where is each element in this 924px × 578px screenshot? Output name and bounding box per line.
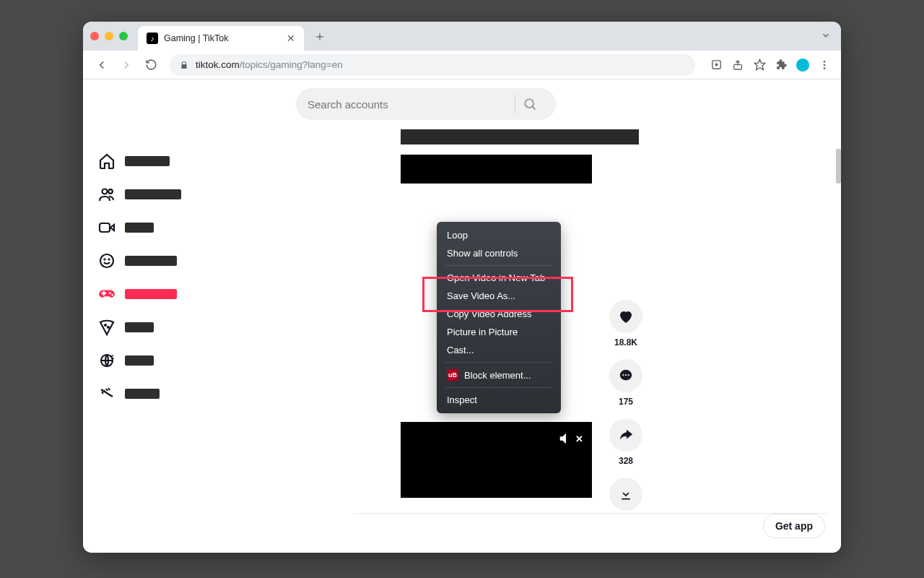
context-menu-label: Copy Video Address xyxy=(447,309,532,319)
context-menu-label: Show all controls xyxy=(447,248,518,259)
smile-icon xyxy=(97,251,116,270)
gamepad-icon xyxy=(97,285,116,303)
context-menu-label: Loop xyxy=(447,230,468,241)
context-menu-item[interactable]: Loop xyxy=(437,226,561,244)
context-menu-separator xyxy=(445,265,552,266)
svg-point-20 xyxy=(628,374,629,376)
svg-point-5 xyxy=(824,67,826,69)
forward-button[interactable] xyxy=(116,55,136,75)
back-button[interactable] xyxy=(92,55,112,75)
share-count: 328 xyxy=(619,456,633,466)
sidebar-item-label xyxy=(125,355,154,366)
context-menu-item[interactable]: Copy Video Address xyxy=(437,305,561,323)
svg-point-4 xyxy=(824,64,826,66)
ublock-icon: uB xyxy=(447,369,458,381)
svg-point-11 xyxy=(100,254,113,267)
minimize-window-button[interactable] xyxy=(105,32,113,40)
sidebar-item-label xyxy=(125,156,170,166)
tab-title: Gaming | TikTok xyxy=(164,33,228,43)
svg-point-6 xyxy=(525,99,533,108)
share-icon[interactable] xyxy=(730,57,746,73)
extensions-icon[interactable] xyxy=(773,57,789,73)
get-app-button[interactable]: Get app xyxy=(763,514,825,538)
pizza-icon xyxy=(97,318,116,337)
close-window-button[interactable] xyxy=(90,32,99,40)
svg-rect-10 xyxy=(100,223,110,232)
sidebar-item-gamepad[interactable] xyxy=(97,277,256,311)
sidebar-item-globe[interactable] xyxy=(97,344,256,377)
tiktok-favicon: ♪ xyxy=(147,33,158,44)
search-input[interactable]: Search accounts xyxy=(308,98,515,111)
browser-toolbar: tiktok.com/topics/gaming?lang=en xyxy=(83,51,841,79)
context-menu-label: Cast... xyxy=(447,345,474,355)
sidebar-item-label xyxy=(125,322,154,332)
globe-icon xyxy=(97,351,116,370)
address-bar[interactable]: tiktok.com/topics/gaming?lang=en xyxy=(170,54,695,76)
reload-button[interactable] xyxy=(141,55,161,75)
svg-point-8 xyxy=(103,189,108,194)
sidebar-item-live[interactable] xyxy=(97,211,256,244)
sidebar-item-label xyxy=(125,389,160,399)
svg-line-7 xyxy=(532,106,535,109)
lock-icon xyxy=(180,61,188,69)
mute-icon[interactable]: ✕ xyxy=(558,431,583,447)
browser-window: ♪ Gaming | TikTok ✕ ＋ tiktok.com/topics/… xyxy=(83,22,841,553)
context-menu-label: Save Video As... xyxy=(447,290,515,301)
tabs-dropdown-icon[interactable] xyxy=(821,30,831,40)
context-menu-separator xyxy=(445,362,552,363)
context-menu-item[interactable]: uBBlock element... xyxy=(437,366,561,384)
scrollbar[interactable] xyxy=(836,149,841,184)
browser-tab[interactable]: ♪ Gaming | TikTok ✕ xyxy=(138,26,304,51)
sidebar-item-people[interactable] xyxy=(97,178,256,211)
share-button[interactable] xyxy=(609,418,642,452)
url-text: tiktok.com/topics/gaming?lang=en xyxy=(196,59,343,70)
svg-point-14 xyxy=(105,324,106,326)
toolbar-right xyxy=(708,57,832,73)
home-icon xyxy=(97,152,116,171)
tab-bar: ♪ Gaming | TikTok ✕ ＋ xyxy=(83,22,841,51)
traffic-lights xyxy=(90,32,128,40)
context-menu-item[interactable]: Open Video in New Tab xyxy=(437,269,561,287)
svg-point-13 xyxy=(108,259,109,259)
svg-point-12 xyxy=(104,259,105,259)
context-menu-item[interactable]: Show all controls xyxy=(437,244,561,262)
sidebar-item-home[interactable] xyxy=(97,144,256,178)
fullscreen-window-button[interactable] xyxy=(119,32,128,40)
browser-menu-icon[interactable] xyxy=(816,57,832,73)
video-action-rail: 18.8K 175 328 xyxy=(603,300,648,511)
install-app-icon[interactable] xyxy=(708,57,724,73)
sidebar-item-label xyxy=(125,289,177,299)
extension-badge[interactable] xyxy=(795,57,811,73)
sidebar-item-pizza[interactable] xyxy=(97,311,256,344)
search-container: Search accounts xyxy=(296,88,556,120)
svg-point-9 xyxy=(108,189,113,194)
search-button[interactable] xyxy=(515,97,544,111)
download-button[interactable] xyxy=(609,478,642,511)
comb-icon xyxy=(97,384,116,403)
sidebar-item-comb[interactable] xyxy=(97,377,256,410)
new-tab-button[interactable]: ＋ xyxy=(310,26,330,46)
sidebar-item-label xyxy=(125,223,154,233)
context-menu-item[interactable]: Cast... xyxy=(437,341,561,359)
svg-point-19 xyxy=(625,374,627,376)
context-menu-item[interactable]: Picture in Picture xyxy=(437,323,561,341)
sidebar-item-smile[interactable] xyxy=(97,244,256,277)
bookmark-star-icon[interactable] xyxy=(751,57,767,73)
people-icon xyxy=(97,185,116,204)
close-tab-icon[interactable]: ✕ xyxy=(287,33,295,44)
context-menu-separator xyxy=(445,387,552,388)
comment-button[interactable] xyxy=(609,359,642,392)
video-letterbox-top xyxy=(401,155,592,184)
like-button[interactable] xyxy=(609,300,642,333)
context-menu-item[interactable]: Inspect xyxy=(437,391,561,409)
page-content: Search accounts ✕ 18.8K xyxy=(83,79,841,553)
svg-point-18 xyxy=(622,374,624,376)
context-menu-item[interactable]: Save Video As... xyxy=(437,287,561,305)
like-count: 18.8K xyxy=(614,337,637,348)
context-menu-label: Open Video in New Tab xyxy=(447,272,545,283)
live-icon xyxy=(97,218,116,237)
context-menu-label: Picture in Picture xyxy=(447,327,518,337)
content-divider xyxy=(354,513,827,514)
sidebar-item-label xyxy=(125,189,181,199)
svg-marker-2 xyxy=(754,59,764,69)
